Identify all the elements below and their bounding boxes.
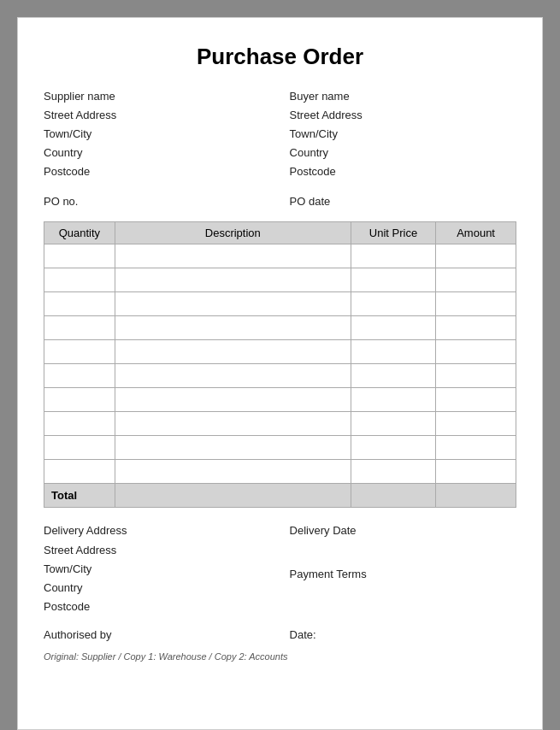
order-table: Quantity Description Unit Price Amount T… bbox=[44, 221, 516, 508]
table-row bbox=[44, 460, 516, 484]
po-date-label: PO date bbox=[290, 195, 516, 208]
supplier-name-label: Supplier name bbox=[44, 87, 270, 106]
col-header-amount: Amount bbox=[436, 222, 516, 244]
delivery-address-col: Delivery Address Street Address Town/Cit… bbox=[44, 521, 270, 615]
supplier-address-col: Supplier name Street Address Town/City C… bbox=[44, 87, 270, 181]
col-header-description: Description bbox=[115, 222, 351, 244]
col-header-quantity: Quantity bbox=[44, 222, 115, 244]
table-row bbox=[44, 244, 516, 268]
supplier-postcode-label: Postcode bbox=[44, 162, 270, 181]
date-label: Date: bbox=[290, 628, 516, 641]
table-row bbox=[44, 292, 516, 316]
delivery-street-label: Street Address bbox=[44, 541, 270, 560]
table-row bbox=[44, 412, 516, 436]
buyer-address-col: Buyer name Street Address Town/City Coun… bbox=[290, 87, 516, 181]
delivery-address-label: Delivery Address bbox=[44, 521, 270, 540]
buyer-town-label: Town/City bbox=[290, 125, 516, 144]
table-row bbox=[44, 316, 516, 340]
payment-terms-label: Payment Terms bbox=[290, 565, 516, 584]
delivery-meta-col: Delivery Date Payment Terms bbox=[290, 521, 516, 615]
page-title: Purchase Order bbox=[44, 44, 516, 70]
table-row bbox=[44, 388, 516, 412]
delivery-country-label: Country bbox=[44, 579, 270, 598]
buyer-street-label: Street Address bbox=[290, 106, 516, 125]
delivery-date-label: Delivery Date bbox=[290, 521, 516, 540]
total-row: Total bbox=[44, 484, 516, 508]
copy-note: Original: Supplier / Copy 1: Warehouse /… bbox=[44, 651, 516, 662]
table-row bbox=[44, 268, 516, 292]
footer-section: Delivery Address Street Address Town/Cit… bbox=[44, 521, 516, 615]
table-row bbox=[44, 364, 516, 388]
total-label: Total bbox=[44, 484, 115, 508]
address-section: Supplier name Street Address Town/City C… bbox=[44, 87, 516, 181]
po-meta-section: PO no. PO date bbox=[44, 195, 516, 208]
buyer-name-label: Buyer name bbox=[290, 87, 516, 106]
buyer-country-label: Country bbox=[290, 144, 516, 162]
supplier-street-label: Street Address bbox=[44, 106, 270, 125]
col-header-unitprice: Unit Price bbox=[351, 222, 435, 244]
buyer-postcode-label: Postcode bbox=[290, 162, 516, 181]
supplier-country-label: Country bbox=[44, 144, 270, 162]
authorised-by-label: Authorised by bbox=[44, 628, 270, 641]
supplier-town-label: Town/City bbox=[44, 125, 270, 144]
po-no-label: PO no. bbox=[44, 195, 270, 208]
auth-section: Authorised by Date: bbox=[44, 628, 516, 641]
delivery-town-label: Town/City bbox=[44, 560, 270, 579]
purchase-order-page: Purchase Order Supplier name Street Addr… bbox=[17, 17, 543, 730]
table-row bbox=[44, 340, 516, 364]
table-row bbox=[44, 436, 516, 460]
delivery-postcode-label: Postcode bbox=[44, 598, 270, 616]
